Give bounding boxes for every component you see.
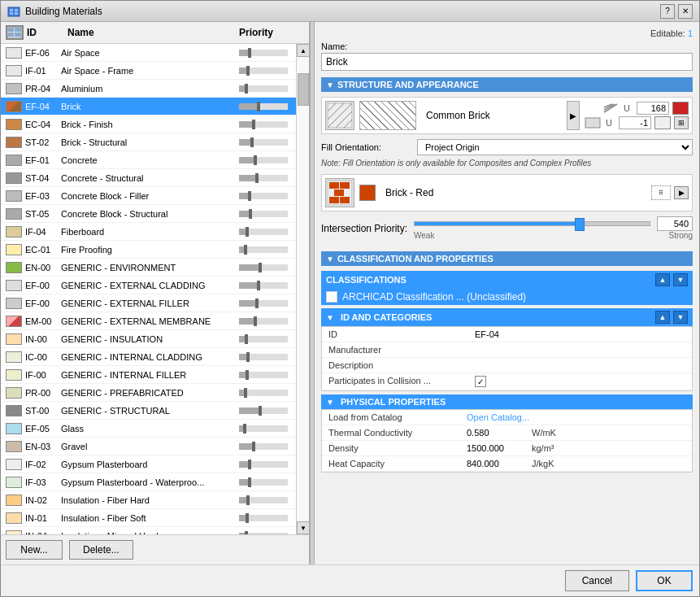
list-item[interactable]: EM-00GENERIC - EXTERNAL MEMBRANE [1,312,296,330]
fill-orientation-select[interactable]: Project Origin [417,139,693,155]
load-catalog-link[interactable]: Open Catalog... [467,412,532,422]
hatch-bg-swatch[interactable] [654,116,671,129]
priority-indicator [244,245,247,255]
intersection-value-input[interactable] [657,216,693,231]
priority-indicator [245,531,248,535]
list-item[interactable]: EN-00GENERIC - ENVIRONMENT [1,259,296,277]
svg-rect-7 [15,28,21,32]
list-item[interactable]: ST-05Concrete Block - Structural [1,205,296,223]
cancel-button[interactable]: Cancel [565,570,629,591]
ok-button[interactable]: OK [636,570,693,591]
list-item[interactable]: EF-04Brick [1,98,296,115]
surface-texture-icon[interactable]: ⠿ [651,185,671,200]
classifications-label: CLASSIFICATIONS [326,275,407,285]
hatch-color-swatch[interactable] [672,102,689,115]
classifications-scroll-down[interactable]: ▼ [673,273,688,286]
list-item[interactable]: EF-01Concrete [1,151,296,169]
list-item[interactable]: IN-00GENERIC - INSULATION [1,330,296,348]
archicad-classification-row[interactable]: ARCHICAD Classification ... (Unclassifie… [321,289,693,305]
material-name: Concrete - Structural [61,173,239,183]
list-item[interactable]: EF-06Air Space [1,44,296,62]
priority-bar [239,336,288,342]
material-swatch [6,512,22,524]
list-item[interactable]: IF-03Gypsum Plasterboard - Waterproo... [1,473,296,491]
material-swatch [6,172,22,184]
priority-indicator [254,155,257,165]
hatch-icon[interactable] [325,101,354,130]
scroll-thumb[interactable] [298,73,309,106]
classifications-scroll-up[interactable]: ▲ [655,273,670,286]
priority-indicator [246,513,249,523]
list-item[interactable]: EC-04Brick - Finish [1,115,296,133]
list-item[interactable]: IF-02Gypsum Plasterboard [1,455,296,473]
material-swatch [6,101,22,112]
list-item[interactable]: EN-03Gravel [1,438,296,455]
materials-list[interactable]: EF-06Air SpaceIF-01Air Space - FramePR-0… [1,44,296,534]
list-item[interactable]: IC-00GENERIC - INTERNAL CLADDING [1,348,296,366]
svg-rect-26 [329,197,339,203]
priority-fill [239,175,256,181]
list-item[interactable]: EF-00GENERIC - EXTERNAL CLADDING [1,277,296,294]
hatch-settings-button[interactable]: ⊞ [674,116,689,129]
list-item[interactable]: ST-02Brick - Structural [1,133,296,151]
material-name: Insulation - Fiber Soft [61,513,239,523]
physical-collapse-arrow[interactable]: ▼ [326,398,334,407]
list-item[interactable]: EF-03Concrete Block - Filler [1,187,296,205]
list-item[interactable]: EF-00GENERIC - EXTERNAL FILLER [1,294,296,312]
surface-icon[interactable] [325,178,354,207]
collision-checkbox[interactable]: ✓ [475,376,486,387]
hatch-top-row: U [602,102,689,115]
help-button[interactable]: ? [660,4,675,19]
priority-bar [239,318,288,325]
list-item[interactable]: EF-05Glass [1,420,296,438]
list-item[interactable]: EC-01Fire Proofing [1,241,296,259]
list-scrollbar[interactable]: ▲ ▼ [296,44,309,534]
list-item[interactable]: ST-00GENERIC - STRUCTURAL [1,402,296,420]
hatch-value2-input[interactable] [619,116,651,129]
material-id: EF-06 [25,48,61,58]
list-item[interactable]: IF-00GENERIC - INTERNAL FILLER [1,366,296,384]
list-item[interactable]: ST-04Concrete - Structural [1,169,296,187]
priority-bar [239,461,288,468]
surface-name: Brick - Red [380,187,646,198]
list-item[interactable]: IN-01Insulation - Fiber Soft [1,509,296,527]
list-item[interactable]: PR-04Aluminium [1,80,296,98]
list-item[interactable]: IF-01Air Space - Frame [1,62,296,80]
material-id: EF-01 [25,155,61,165]
archicad-classification-checkbox[interactable] [326,291,337,303]
id-scroll-down[interactable]: ▼ [673,311,688,324]
priority-indicator [255,173,259,183]
material-id: IN-02 [25,495,61,505]
name-input[interactable] [321,53,693,71]
material-name: Gypsum Plasterboard [61,460,239,469]
svg-rect-24 [340,182,350,189]
slider-wrapper [414,221,650,226]
list-item[interactable]: IN-04Insulation - Mineral Hard [1,527,296,534]
slider-thumb[interactable] [575,218,585,231]
surface-settings-button[interactable]: ▶ [674,186,689,199]
list-item[interactable]: IN-02Insulation - Fiber Hard [1,491,296,509]
brick-color-swatch[interactable] [359,185,376,201]
material-id: ST-02 [25,137,61,147]
description-value [475,360,685,370]
structure-collapse-arrow[interactable]: ▼ [326,81,334,89]
scroll-up-button[interactable]: ▲ [297,44,309,57]
close-button[interactable]: ✕ [678,4,693,19]
material-swatch [6,423,22,434]
classifications-section: CLASSIFICATIONS ▲ ▼ ARCHICAD Classificat… [321,271,693,305]
hatch-value-input[interactable] [637,102,669,115]
id-scroll-up[interactable]: ▲ [655,311,670,324]
list-item[interactable]: PR-00GENERIC - PREFABRICATED [1,384,296,402]
id-collapse-arrow[interactable]: ▼ [326,313,334,322]
hatch-nav-button[interactable]: ▶ [567,101,580,130]
classification-collapse-arrow[interactable]: ▼ [326,255,334,264]
scroll-down-button[interactable]: ▼ [297,521,309,534]
intersection-label: Intersection Priority: [321,223,407,234]
delete-button[interactable]: Delete... [69,540,133,560]
material-swatch [6,477,22,488]
list-item[interactable]: IF-04Fiberboard [1,223,296,241]
material-name: Brick [61,102,239,111]
new-button[interactable]: New... [6,540,63,560]
list-bottom-buttons: New... Delete... [1,534,309,564]
surface-row: Brick - Red ⠿ ▶ [321,174,693,211]
